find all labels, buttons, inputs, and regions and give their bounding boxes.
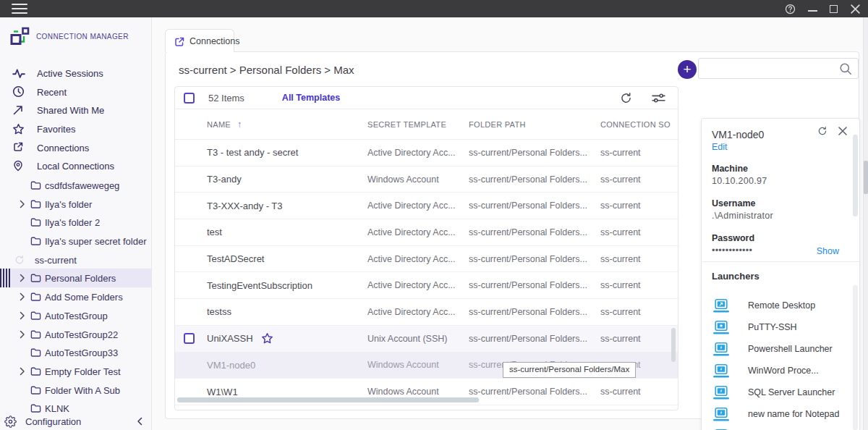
tab-connections[interactable]: Connections [165, 29, 234, 52]
close-icon[interactable] [850, 4, 861, 14]
column-header-secret-template[interactable]: SECRET TEMPLATE [367, 120, 469, 129]
tree-item-ilya-s-folder-2[interactable]: Ilya's folder 2 [0, 213, 151, 232]
tree-item-autotestgroup[interactable]: AutoTestGroup [0, 306, 151, 325]
chevron-right-icon[interactable] [20, 292, 25, 301]
connections-icon [12, 141, 25, 154]
sidebar-item-favorites[interactable]: Favorites [0, 120, 151, 139]
putty-ssh-launcher-icon [713, 321, 729, 334]
launchers-title: Launchers [712, 271, 849, 282]
tree-item-ilya-s-super-secret-folder[interactable]: Ilya's super secret folder [0, 232, 151, 250]
favorite-star-icon[interactable] [261, 332, 273, 345]
launcher-new-name-for-notepad[interactable]: new name for Notepad [712, 403, 849, 425]
launcher-remote-desktop[interactable]: Remote Desktop [712, 295, 849, 316]
search-input[interactable] [705, 61, 835, 76]
sidebar-item-local-connections[interactable]: Local Connections [0, 157, 151, 176]
folder-icon [30, 217, 41, 227]
recent-icon [12, 85, 25, 98]
remote-desktop-launcher-icon [713, 299, 729, 313]
powershell-launcher-icon [713, 342, 729, 356]
launcher-sql-server-launcher[interactable]: SQL Server Launcher [712, 381, 849, 403]
sidebar-item-recent[interactable]: Recent [0, 83, 151, 102]
folder-icon [30, 180, 41, 190]
filter-settings-icon[interactable] [652, 93, 665, 104]
refresh-icon[interactable] [620, 92, 632, 104]
panel-close-icon[interactable] [838, 126, 848, 136]
tree-item-personal-folders[interactable]: Personal Folders [0, 269, 151, 287]
table-header: NAME ↑ SECRET TEMPLATE FOLDER PATH CONNE… [175, 109, 678, 140]
collapse-sidebar-icon[interactable] [137, 417, 142, 426]
gear-icon [4, 416, 17, 428]
window-scrollbar [863, 17, 868, 430]
items-count: 52 Items [208, 93, 244, 104]
help-icon[interactable] [785, 4, 796, 14]
chevron-right-icon[interactable] [20, 274, 25, 282]
launcher-powershell-launcher[interactable]: Powershell Launcher [712, 338, 849, 360]
hamburger-menu-icon[interactable] [12, 4, 27, 14]
launcher-winword-proce[interactable]: WinWord Proce... [712, 360, 849, 381]
panel-scrollbar-track[interactable] [853, 285, 858, 430]
breadcrumb: ss-current > Personal Folders > Max [179, 64, 354, 76]
table-row-t3-xxx-andy-t3[interactable]: T3-XXX-andy - T3 Active Directory Acc...… [175, 193, 678, 219]
local-connections-icon [12, 160, 25, 173]
field-machine: Machine 10.10.200.97 [712, 163, 849, 187]
launchers-list: Remote Desktop PuTTY-SSH Powershell Laun… [712, 295, 849, 430]
sidebar-item-active-sessions[interactable]: Active Sessions [0, 64, 151, 83]
maximize-icon[interactable] [830, 5, 838, 13]
launcher-putty-ssh[interactable]: PuTTY-SSH [712, 316, 849, 338]
folder-icon [30, 366, 41, 376]
sidebar-item-configuration[interactable]: Configuration [0, 413, 151, 430]
row-checkbox[interactable] [184, 333, 195, 344]
window-scrollbar-thumb[interactable] [864, 161, 868, 194]
notepad-launcher-icon [713, 408, 729, 421]
horizontal-scrollbar[interactable] [177, 397, 479, 402]
minimize-icon[interactable] [808, 10, 817, 12]
tree-item-csdfdsfawewegeg[interactable]: csdfdsfawewegeg [0, 176, 151, 195]
panel-scrollbar[interactable] [853, 135, 858, 216]
selection-grip-icon [0, 269, 11, 287]
chevron-right-icon[interactable] [20, 330, 25, 339]
chevron-right-icon[interactable] [20, 367, 25, 376]
table-row-testadsecret[interactable]: TestADSecret Active Directory Acc... ss-… [175, 246, 678, 273]
folder-icon [30, 385, 41, 395]
tree-item-add-some-folders[interactable]: Add Some Folders [0, 287, 151, 306]
table-row-t3-andy[interactable]: T3-andy Windows Account ss-current/Perso… [175, 166, 678, 193]
sidebar-item-shared-with-me[interactable]: Shared With Me [0, 101, 151, 120]
select-all-checkbox[interactable] [184, 93, 195, 104]
column-header-folder-path[interactable]: FOLDER PATH [469, 120, 600, 129]
tree-item-folder-with-a-sub[interactable]: Folder With A Sub [0, 381, 151, 400]
add-connection-button[interactable]: + [678, 60, 697, 79]
table-vertical-scrollbar[interactable] [671, 328, 676, 362]
chevron-right-icon[interactable] [20, 200, 25, 208]
column-header-name[interactable]: NAME ↑ [207, 119, 367, 130]
sidebar-nav: Active Sessions Recent Shared With Me Fa… [0, 64, 151, 176]
tree-item-autotestgroup33[interactable]: AutoTestGroup33 [0, 343, 151, 362]
template-filter-link[interactable]: All Templates [282, 93, 340, 103]
shared-with-me-icon [12, 104, 25, 117]
sync-icon [14, 255, 25, 265]
column-header-connection-source[interactable]: CONNECTION SO [600, 120, 678, 129]
tree-item-empty-folder-test[interactable]: Empty Folder Test [0, 362, 151, 381]
folder-tree: csdfdsfawewegeg Ilya's folder Ilya's fol… [0, 176, 151, 418]
panel-refresh-icon[interactable] [817, 126, 827, 136]
table-row-unixassh[interactable]: UniXASSH Unix Account (SSH) ss-current/P… [175, 326, 678, 353]
favorites-icon [12, 123, 25, 136]
edit-link[interactable]: Edit [712, 141, 849, 153]
folder-icon [30, 292, 41, 302]
launcher-cmd-rmw[interactable]: cmd+ RMW [712, 425, 849, 430]
tree-item-ilya-s-folder[interactable]: Ilya's folder [0, 195, 151, 214]
folder-icon [30, 273, 41, 283]
show-password-link[interactable]: Show [817, 246, 839, 256]
field-password: Password •••••••••••• Show [712, 232, 849, 257]
tree-item-autotestgroup22[interactable]: AutoTestGroup22 [0, 325, 151, 344]
sidebar-item-connections[interactable]: Connections [0, 138, 151, 157]
secret-detail-panel: VM1-node0 Edit Machine 10.10.200.97 User… [701, 118, 860, 430]
tree-item-ss-current[interactable]: ss-current [0, 250, 151, 269]
table-row-test[interactable]: test Active Directory Acc... ss-current/… [175, 219, 678, 246]
search-box [698, 58, 859, 79]
chevron-right-icon[interactable] [20, 311, 25, 320]
divider [702, 261, 859, 262]
table-row-t3-test-andy-secret[interactable]: T3 - test andy - secret Active Directory… [175, 140, 678, 166]
table-row-testingeventsubscription[interactable]: TestingEventSubscription Active Director… [175, 272, 678, 299]
search-icon[interactable] [839, 62, 852, 75]
table-row-testss[interactable]: testss Active Directory Acc... ss-curren… [175, 299, 678, 326]
